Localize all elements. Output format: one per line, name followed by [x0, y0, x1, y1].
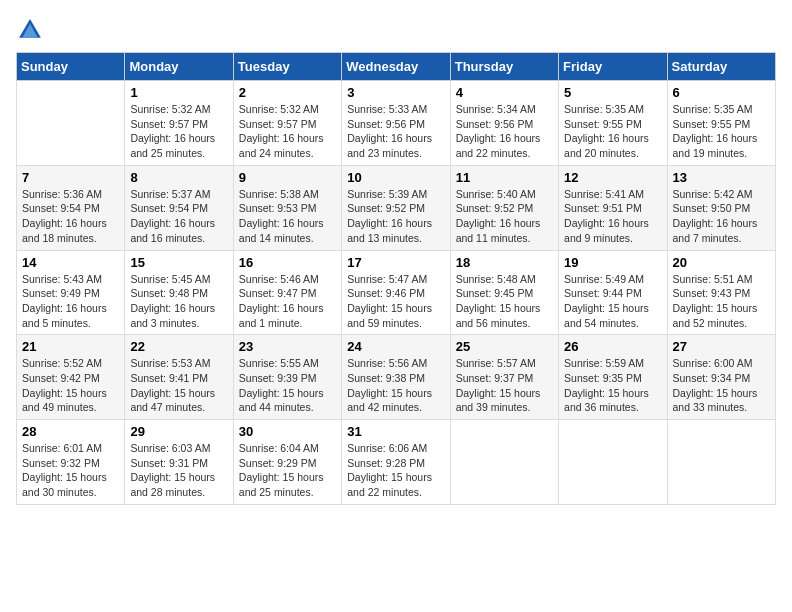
day-info: Sunrise: 5:34 AM Sunset: 9:56 PM Dayligh… — [456, 102, 553, 161]
day-info: Sunrise: 5:38 AM Sunset: 9:53 PM Dayligh… — [239, 187, 336, 246]
day-of-week-header: Wednesday — [342, 53, 450, 81]
calendar-day-cell: 1Sunrise: 5:32 AM Sunset: 9:57 PM Daylig… — [125, 81, 233, 166]
day-info: Sunrise: 5:59 AM Sunset: 9:35 PM Dayligh… — [564, 356, 661, 415]
day-info: Sunrise: 5:32 AM Sunset: 9:57 PM Dayligh… — [239, 102, 336, 161]
calendar-day-cell: 21Sunrise: 5:52 AM Sunset: 9:42 PM Dayli… — [17, 335, 125, 420]
day-number: 17 — [347, 255, 444, 270]
day-number: 13 — [673, 170, 770, 185]
calendar-day-cell: 6Sunrise: 5:35 AM Sunset: 9:55 PM Daylig… — [667, 81, 775, 166]
calendar-day-cell: 30Sunrise: 6:04 AM Sunset: 9:29 PM Dayli… — [233, 420, 341, 505]
calendar-day-cell: 12Sunrise: 5:41 AM Sunset: 9:51 PM Dayli… — [559, 165, 667, 250]
day-info: Sunrise: 5:41 AM Sunset: 9:51 PM Dayligh… — [564, 187, 661, 246]
day-number: 2 — [239, 85, 336, 100]
calendar-day-cell: 3Sunrise: 5:33 AM Sunset: 9:56 PM Daylig… — [342, 81, 450, 166]
calendar-day-cell: 22Sunrise: 5:53 AM Sunset: 9:41 PM Dayli… — [125, 335, 233, 420]
header — [16, 16, 776, 44]
day-number: 24 — [347, 339, 444, 354]
day-number: 14 — [22, 255, 119, 270]
calendar-day-cell: 17Sunrise: 5:47 AM Sunset: 9:46 PM Dayli… — [342, 250, 450, 335]
day-number: 10 — [347, 170, 444, 185]
calendar-header-row: SundayMondayTuesdayWednesdayThursdayFrid… — [17, 53, 776, 81]
day-info: Sunrise: 5:43 AM Sunset: 9:49 PM Dayligh… — [22, 272, 119, 331]
day-info: Sunrise: 5:42 AM Sunset: 9:50 PM Dayligh… — [673, 187, 770, 246]
day-number: 5 — [564, 85, 661, 100]
day-number: 16 — [239, 255, 336, 270]
day-number: 27 — [673, 339, 770, 354]
day-number: 26 — [564, 339, 661, 354]
day-info: Sunrise: 5:52 AM Sunset: 9:42 PM Dayligh… — [22, 356, 119, 415]
calendar-day-cell — [17, 81, 125, 166]
day-of-week-header: Friday — [559, 53, 667, 81]
day-number: 1 — [130, 85, 227, 100]
day-info: Sunrise: 5:35 AM Sunset: 9:55 PM Dayligh… — [564, 102, 661, 161]
day-info: Sunrise: 5:53 AM Sunset: 9:41 PM Dayligh… — [130, 356, 227, 415]
day-number: 29 — [130, 424, 227, 439]
day-of-week-header: Tuesday — [233, 53, 341, 81]
calendar-week-row: 28Sunrise: 6:01 AM Sunset: 9:32 PM Dayli… — [17, 420, 776, 505]
day-info: Sunrise: 5:37 AM Sunset: 9:54 PM Dayligh… — [130, 187, 227, 246]
day-info: Sunrise: 5:46 AM Sunset: 9:47 PM Dayligh… — [239, 272, 336, 331]
logo-icon — [16, 16, 44, 44]
calendar-day-cell: 13Sunrise: 5:42 AM Sunset: 9:50 PM Dayli… — [667, 165, 775, 250]
calendar-day-cell: 24Sunrise: 5:56 AM Sunset: 9:38 PM Dayli… — [342, 335, 450, 420]
calendar-day-cell — [559, 420, 667, 505]
day-number: 22 — [130, 339, 227, 354]
day-number: 3 — [347, 85, 444, 100]
calendar-table: SundayMondayTuesdayWednesdayThursdayFrid… — [16, 52, 776, 505]
day-info: Sunrise: 6:01 AM Sunset: 9:32 PM Dayligh… — [22, 441, 119, 500]
day-info: Sunrise: 5:39 AM Sunset: 9:52 PM Dayligh… — [347, 187, 444, 246]
calendar-day-cell: 25Sunrise: 5:57 AM Sunset: 9:37 PM Dayli… — [450, 335, 558, 420]
calendar-day-cell: 31Sunrise: 6:06 AM Sunset: 9:28 PM Dayli… — [342, 420, 450, 505]
day-number: 11 — [456, 170, 553, 185]
day-info: Sunrise: 5:36 AM Sunset: 9:54 PM Dayligh… — [22, 187, 119, 246]
calendar-day-cell: 20Sunrise: 5:51 AM Sunset: 9:43 PM Dayli… — [667, 250, 775, 335]
day-info: Sunrise: 6:00 AM Sunset: 9:34 PM Dayligh… — [673, 356, 770, 415]
calendar-day-cell: 10Sunrise: 5:39 AM Sunset: 9:52 PM Dayli… — [342, 165, 450, 250]
day-info: Sunrise: 5:57 AM Sunset: 9:37 PM Dayligh… — [456, 356, 553, 415]
calendar-day-cell: 16Sunrise: 5:46 AM Sunset: 9:47 PM Dayli… — [233, 250, 341, 335]
day-info: Sunrise: 5:56 AM Sunset: 9:38 PM Dayligh… — [347, 356, 444, 415]
calendar-day-cell: 8Sunrise: 5:37 AM Sunset: 9:54 PM Daylig… — [125, 165, 233, 250]
day-number: 15 — [130, 255, 227, 270]
day-info: Sunrise: 5:32 AM Sunset: 9:57 PM Dayligh… — [130, 102, 227, 161]
day-number: 4 — [456, 85, 553, 100]
day-of-week-header: Monday — [125, 53, 233, 81]
day-info: Sunrise: 5:49 AM Sunset: 9:44 PM Dayligh… — [564, 272, 661, 331]
logo — [16, 16, 48, 44]
day-of-week-header: Sunday — [17, 53, 125, 81]
day-of-week-header: Saturday — [667, 53, 775, 81]
calendar-day-cell: 15Sunrise: 5:45 AM Sunset: 9:48 PM Dayli… — [125, 250, 233, 335]
day-info: Sunrise: 5:45 AM Sunset: 9:48 PM Dayligh… — [130, 272, 227, 331]
day-info: Sunrise: 6:04 AM Sunset: 9:29 PM Dayligh… — [239, 441, 336, 500]
calendar-week-row: 21Sunrise: 5:52 AM Sunset: 9:42 PM Dayli… — [17, 335, 776, 420]
calendar-day-cell: 11Sunrise: 5:40 AM Sunset: 9:52 PM Dayli… — [450, 165, 558, 250]
calendar-day-cell — [667, 420, 775, 505]
calendar-day-cell: 26Sunrise: 5:59 AM Sunset: 9:35 PM Dayli… — [559, 335, 667, 420]
day-number: 28 — [22, 424, 119, 439]
day-number: 9 — [239, 170, 336, 185]
day-number: 23 — [239, 339, 336, 354]
day-number: 8 — [130, 170, 227, 185]
calendar-day-cell: 27Sunrise: 6:00 AM Sunset: 9:34 PM Dayli… — [667, 335, 775, 420]
calendar-day-cell: 14Sunrise: 5:43 AM Sunset: 9:49 PM Dayli… — [17, 250, 125, 335]
day-info: Sunrise: 5:33 AM Sunset: 9:56 PM Dayligh… — [347, 102, 444, 161]
calendar-week-row: 1Sunrise: 5:32 AM Sunset: 9:57 PM Daylig… — [17, 81, 776, 166]
day-number: 30 — [239, 424, 336, 439]
day-number: 19 — [564, 255, 661, 270]
calendar-day-cell: 19Sunrise: 5:49 AM Sunset: 9:44 PM Dayli… — [559, 250, 667, 335]
calendar-day-cell: 28Sunrise: 6:01 AM Sunset: 9:32 PM Dayli… — [17, 420, 125, 505]
day-info: Sunrise: 6:06 AM Sunset: 9:28 PM Dayligh… — [347, 441, 444, 500]
calendar-day-cell: 2Sunrise: 5:32 AM Sunset: 9:57 PM Daylig… — [233, 81, 341, 166]
calendar-week-row: 14Sunrise: 5:43 AM Sunset: 9:49 PM Dayli… — [17, 250, 776, 335]
calendar-day-cell: 29Sunrise: 6:03 AM Sunset: 9:31 PM Dayli… — [125, 420, 233, 505]
calendar-week-row: 7Sunrise: 5:36 AM Sunset: 9:54 PM Daylig… — [17, 165, 776, 250]
day-number: 31 — [347, 424, 444, 439]
day-number: 6 — [673, 85, 770, 100]
calendar-day-cell: 5Sunrise: 5:35 AM Sunset: 9:55 PM Daylig… — [559, 81, 667, 166]
calendar-day-cell: 23Sunrise: 5:55 AM Sunset: 9:39 PM Dayli… — [233, 335, 341, 420]
day-number: 21 — [22, 339, 119, 354]
day-number: 20 — [673, 255, 770, 270]
calendar-day-cell: 9Sunrise: 5:38 AM Sunset: 9:53 PM Daylig… — [233, 165, 341, 250]
day-info: Sunrise: 6:03 AM Sunset: 9:31 PM Dayligh… — [130, 441, 227, 500]
day-number: 18 — [456, 255, 553, 270]
